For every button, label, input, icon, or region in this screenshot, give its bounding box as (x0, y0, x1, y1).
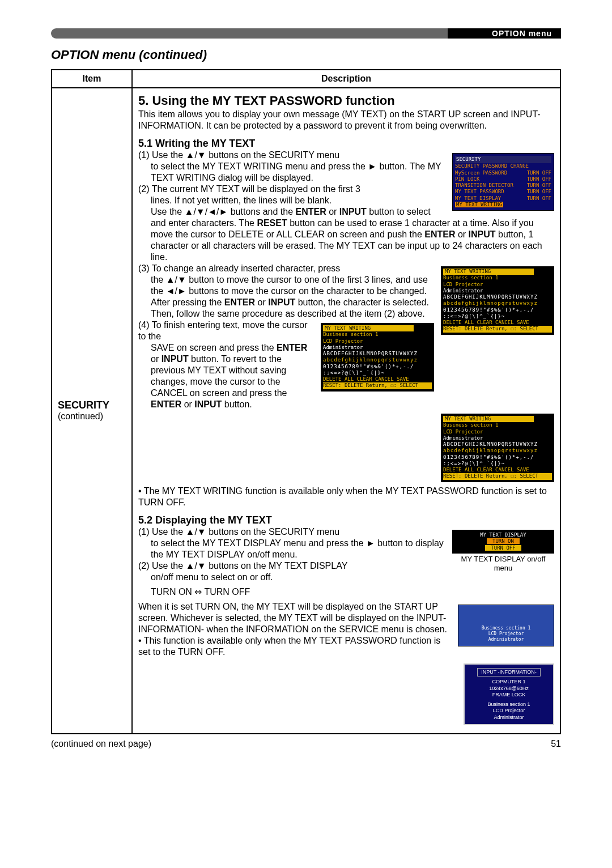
page-number: 51 (551, 739, 561, 749)
osd-keypad-2: MY TEXT WRITING Business section 1 LCD P… (321, 323, 434, 392)
bullet-1: • The MY TEXT WRITING function is availa… (138, 486, 554, 508)
osd-keypad-1: MY TEXT WRITING Business section 1 LCD P… (441, 266, 554, 335)
table-row-desc: 5. Using the MY TEXT PASSWORD function T… (132, 88, 560, 734)
input-info-box: INPUT -INFORMATION- COPMUTER 1 1024x768@… (464, 663, 554, 725)
startup-screen: Business section 1 LCD Projector Adminis… (458, 605, 554, 646)
security-sub: (continued) (58, 411, 126, 422)
content-table: Item Description SECURITY (continued) 5.… (51, 69, 561, 734)
intro-text: This item allows you to display your own… (138, 109, 554, 131)
step-2b: Use the ▲/▼/◄/► buttons and the ENTER or… (138, 206, 554, 263)
heading-5: 5. Using the MY TEXT PASSWORD function (138, 93, 554, 109)
page-title: OPTION menu (continued) (51, 48, 561, 62)
header-menu-tab: OPTION menu (483, 28, 561, 39)
header-bar: OPTION menu (51, 28, 561, 39)
continued-label: (continued on next page) (51, 739, 151, 749)
heading-5-1: 5.1 Writing the MY TEXT (138, 137, 554, 150)
table-row-item: SECURITY (continued) (52, 88, 132, 734)
security-label: SECURITY (58, 399, 126, 411)
osd-display-menu: MY TEXT DISPLAY TURN ON TURN OFF MY TEXT… (452, 530, 554, 573)
osd-security-menu: SECURITY SECURITY PASSWORD CHANGE MyScre… (452, 153, 554, 211)
toggle-line: TURN ON ⇔ TURN OFF (138, 586, 554, 598)
col-header-item: Item (52, 70, 132, 88)
heading-5-2: 5.2 Displaying the MY TEXT (138, 514, 554, 527)
osd-keypad-3: MY TEXT WRITING Business section 1 LCD P… (441, 414, 554, 482)
col-header-desc: Description (132, 70, 560, 88)
